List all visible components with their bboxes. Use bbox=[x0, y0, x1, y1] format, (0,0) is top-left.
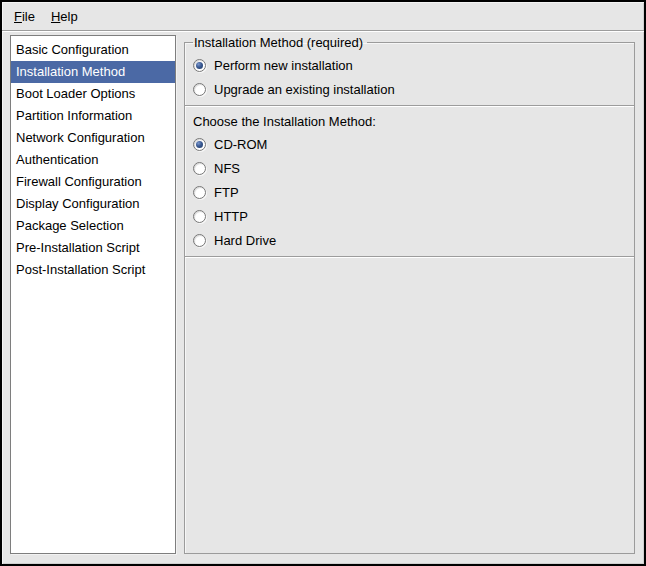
radio-label: Perform new installation bbox=[214, 58, 353, 73]
sidebar-item-label: Authentication bbox=[16, 152, 98, 167]
radio-label: CD-ROM bbox=[214, 137, 267, 152]
radio-nfs[interactable]: NFS bbox=[193, 156, 626, 180]
sidebar-item-firewall-configuration[interactable]: Firewall Configuration bbox=[11, 171, 175, 193]
sidebar-item-label: Package Selection bbox=[16, 218, 124, 233]
radio-button-icon bbox=[193, 210, 206, 223]
sidebar-item-pre-installation-script[interactable]: Pre-Installation Script bbox=[11, 237, 175, 259]
menu-file[interactable]: File bbox=[6, 6, 43, 27]
sidebar-item-label: Post-Installation Script bbox=[16, 262, 145, 277]
sidebar-item-label: Boot Loader Options bbox=[16, 86, 135, 101]
sidebar-item-label: Partition Information bbox=[16, 108, 132, 123]
sidebar-item-label: Network Configuration bbox=[16, 130, 145, 145]
section-list: Basic Configuration Installation Method … bbox=[10, 35, 176, 554]
radio-label: Upgrade an existing installation bbox=[214, 82, 395, 97]
sidebar-item-label: Basic Configuration bbox=[16, 42, 129, 57]
radio-upgrade-existing-installation[interactable]: Upgrade an existing installation bbox=[193, 77, 626, 101]
radio-label: NFS bbox=[214, 161, 240, 176]
sidebar-item-package-selection[interactable]: Package Selection bbox=[11, 215, 175, 237]
radio-button-icon bbox=[193, 186, 206, 199]
sidebar-item-boot-loader-options[interactable]: Boot Loader Options bbox=[11, 83, 175, 105]
menu-bar: File Help bbox=[2, 2, 644, 31]
installation-method-frame: Installation Method (required) Perform n… bbox=[184, 35, 635, 554]
radio-cdrom[interactable]: CD-ROM bbox=[193, 132, 626, 156]
sidebar-item-partition-information[interactable]: Partition Information bbox=[11, 105, 175, 127]
separator bbox=[185, 256, 634, 258]
radio-http[interactable]: HTTP bbox=[193, 204, 626, 228]
radio-hard-drive[interactable]: Hard Drive bbox=[193, 228, 626, 252]
sidebar-item-display-configuration[interactable]: Display Configuration bbox=[11, 193, 175, 215]
radio-button-icon bbox=[193, 59, 206, 72]
kickstart-configurator-window: File Help Basic Configuration Installati… bbox=[0, 0, 646, 566]
sidebar-item-label: Display Configuration bbox=[16, 196, 140, 211]
sidebar-item-basic-configuration[interactable]: Basic Configuration bbox=[11, 39, 175, 61]
sidebar-item-post-installation-script[interactable]: Post-Installation Script bbox=[11, 259, 175, 281]
radio-button-icon bbox=[193, 162, 206, 175]
menu-help-label: Help bbox=[51, 9, 78, 24]
radio-label: Hard Drive bbox=[214, 233, 276, 248]
radio-label: HTTP bbox=[214, 209, 248, 224]
frame-title: Installation Method (required) bbox=[193, 35, 367, 50]
radio-ftp[interactable]: FTP bbox=[193, 180, 626, 204]
radio-button-icon bbox=[193, 138, 206, 151]
menu-file-label: File bbox=[14, 9, 35, 24]
sidebar-item-label: Installation Method bbox=[16, 64, 125, 79]
radio-label: FTP bbox=[214, 185, 239, 200]
main-content: Basic Configuration Installation Method … bbox=[2, 31, 644, 563]
sidebar-item-network-configuration[interactable]: Network Configuration bbox=[11, 127, 175, 149]
sidebar-item-installation-method[interactable]: Installation Method bbox=[11, 61, 175, 83]
sidebar-item-label: Pre-Installation Script bbox=[16, 240, 140, 255]
choose-method-label: Choose the Installation Method: bbox=[193, 114, 626, 129]
radio-button-icon bbox=[193, 83, 206, 96]
radio-button-icon bbox=[193, 234, 206, 247]
sidebar-item-label: Firewall Configuration bbox=[16, 174, 142, 189]
separator bbox=[185, 105, 634, 107]
radio-perform-new-installation[interactable]: Perform new installation bbox=[193, 53, 626, 77]
menu-help[interactable]: Help bbox=[43, 6, 86, 27]
sidebar-item-authentication[interactable]: Authentication bbox=[11, 149, 175, 171]
